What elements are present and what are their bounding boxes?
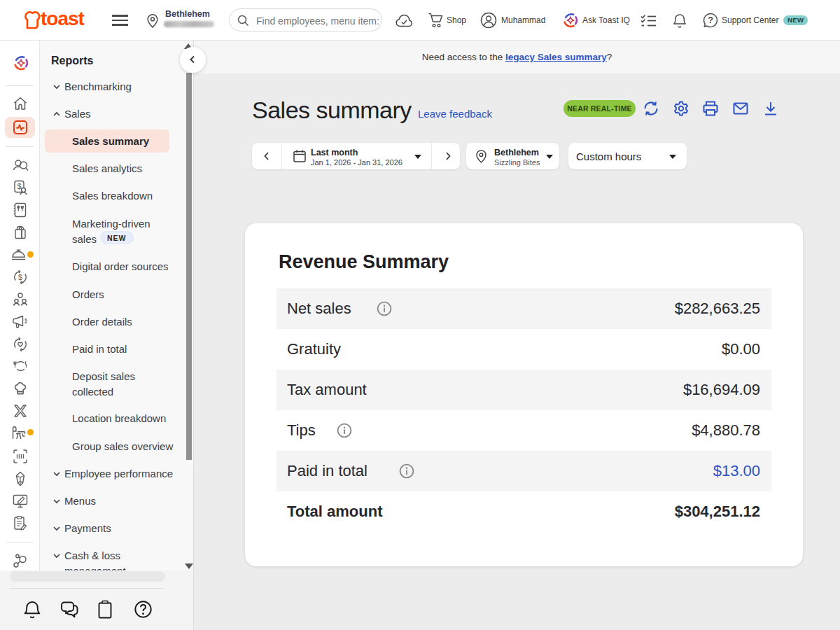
svg-text:$: $ (18, 273, 22, 281)
svg-text:?: ? (708, 15, 713, 25)
svg-text:$: $ (17, 182, 21, 190)
